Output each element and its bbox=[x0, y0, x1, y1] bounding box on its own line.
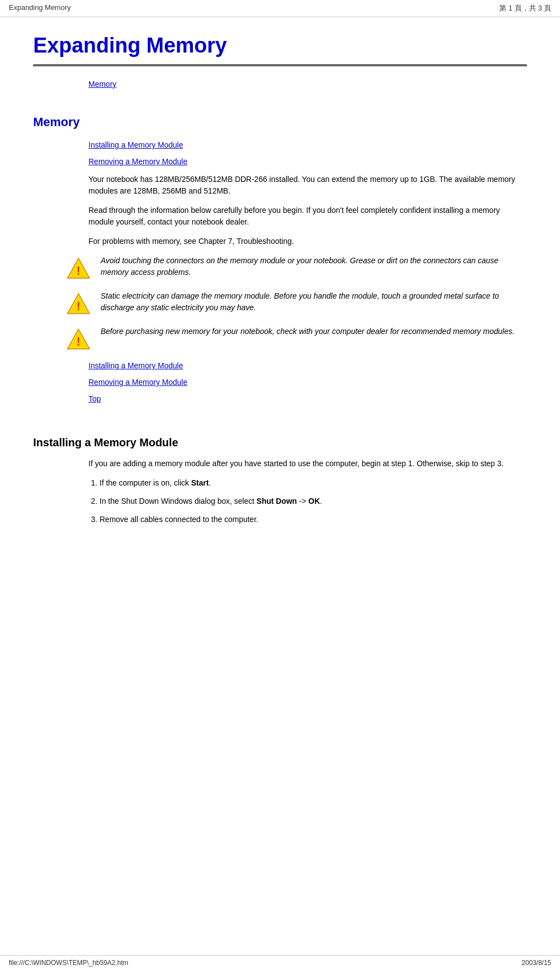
header-left: Expanding Memory bbox=[9, 3, 71, 13]
installing-section-title: Installing a Memory Module bbox=[33, 436, 527, 449]
installing-intro: If you are adding a memory module after … bbox=[88, 458, 527, 470]
step-2-bold1: Shut Down bbox=[257, 497, 297, 505]
link-top[interactable]: Top bbox=[88, 394, 101, 403]
bottom-link-removing: Removing a Memory Module bbox=[88, 378, 527, 387]
bottom-link-top: Top bbox=[88, 394, 527, 403]
warning-1: ! Avoid touching the connectors on the m… bbox=[66, 255, 527, 280]
warning-icon-2: ! bbox=[66, 291, 91, 316]
step-3: Remove all cables connected to the compu… bbox=[100, 514, 527, 525]
step-2: In the Shut Down Windows dialog box, sel… bbox=[100, 496, 527, 507]
memory-removing-link: Removing a Memory Module bbox=[88, 157, 527, 166]
installing-section: Installing a Memory Module If you are ad… bbox=[33, 436, 527, 525]
bottom-link-installing-memory[interactable]: Installing a Memory Module bbox=[88, 361, 183, 370]
warning-text-3: Before purchasing new memory for your no… bbox=[101, 326, 515, 337]
bottom-link-removing-memory[interactable]: Removing a Memory Module bbox=[88, 378, 187, 387]
memory-para-3: For problems with memory, see Chapter 7,… bbox=[88, 236, 527, 247]
link-removing-memory[interactable]: Removing a Memory Module bbox=[88, 157, 187, 166]
header-right: 第 1 頁，共 3 頁 bbox=[499, 3, 551, 13]
warning-text-1: Avoid touching the connectors on the mem… bbox=[101, 255, 527, 278]
bottom-link-installing: Installing a Memory Module bbox=[88, 361, 527, 370]
step-1: If the computer is on, click Start. bbox=[100, 477, 527, 489]
svg-text:!: ! bbox=[76, 299, 80, 313]
memory-para-2: Read through the information below caref… bbox=[88, 205, 527, 228]
link-installing-memory[interactable]: Installing a Memory Module bbox=[88, 140, 183, 149]
step-1-bold: Start bbox=[191, 478, 209, 487]
warning-2: ! Static electricity can damage the memo… bbox=[66, 290, 527, 316]
footer-left: file:///C:\WINDOWS\TEMP\_hb59A2.htm bbox=[9, 959, 128, 967]
warning-icon-3: ! bbox=[66, 327, 91, 351]
toc-link-memory[interactable]: Memory bbox=[88, 80, 117, 88]
memory-section: Memory Installing a Memory Module Removi… bbox=[33, 115, 527, 403]
main-title: Expanding Memory bbox=[33, 34, 527, 58]
memory-section-title: Memory bbox=[33, 115, 527, 129]
warning-text-2: Static electricity can damage the memory… bbox=[101, 290, 527, 314]
footer-right: 2003/8/15 bbox=[522, 959, 551, 967]
svg-text:!: ! bbox=[76, 335, 80, 348]
warning-icon-1: ! bbox=[66, 256, 91, 280]
main-content: Expanding Memory Memory Memory Installin… bbox=[0, 17, 560, 565]
installing-steps: If the computer is on, click Start. In t… bbox=[100, 477, 527, 525]
page-footer: file:///C:\WINDOWS\TEMP\_hb59A2.htm 2003… bbox=[0, 955, 560, 970]
warning-3: ! Before purchasing new memory for your … bbox=[66, 326, 527, 351]
step-2-bold2: OK bbox=[308, 497, 320, 505]
page-header: Expanding Memory 第 1 頁，共 3 頁 bbox=[0, 0, 560, 17]
toc-section: Memory bbox=[33, 80, 527, 93]
svg-text:!: ! bbox=[76, 264, 80, 278]
memory-para-1: Your notebook has 128MB/256MB/512MB DDR-… bbox=[88, 174, 527, 197]
memory-installing-link: Installing a Memory Module bbox=[88, 140, 527, 149]
title-divider bbox=[33, 64, 527, 66]
